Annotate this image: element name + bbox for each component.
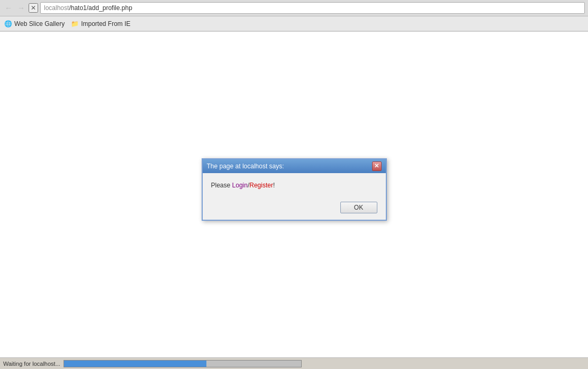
stop-button[interactable]: ✕ [29,3,38,13]
url-base: localhost [44,4,69,12]
alert-dialog: The page at localhost says: ✕ Please Log… [202,158,387,221]
bookmark-imported-from-ie[interactable]: 📁 Imported From IE [71,20,130,28]
dialog-close-button[interactable]: ✕ [372,161,382,171]
url-path: /hato1/add_profile.php [69,4,132,12]
address-bar[interactable]: localhost/hato1/add_profile.php [40,2,585,14]
dialog-content: Please Login/Register! [203,173,386,202]
status-progress-fill [64,361,206,367]
message-exclaim: ! [273,182,275,189]
page-content: The page at localhost says: ✕ Please Log… [0,32,588,358]
dialog-overlay: The page at localhost says: ✕ Please Log… [0,32,588,347]
dialog-titlebar: The page at localhost says: ✕ [203,159,386,173]
web-slice-icon: 🌐 [4,20,12,28]
message-text-normal: Please [211,182,232,189]
status-progress-bar [64,360,302,367]
forward-button[interactable]: → [16,3,26,13]
bookmarks-bar: 🌐 Web Slice Gallery 📁 Imported From IE [0,16,588,31]
back-button[interactable]: ← [3,3,14,13]
ok-button[interactable]: OK [340,202,377,213]
bookmark-imported-label: Imported From IE [81,20,130,28]
folder-icon: 📁 [71,20,79,28]
bookmark-web-slice-label: Web Slice Gallery [14,20,65,28]
browser-toolbar: ← → ✕ localhost/hato1/add_profile.php [0,0,588,16]
dialog-title: The page at localhost says: [207,163,284,170]
status-bar: Waiting for localhost... [0,357,588,369]
browser-chrome: ← → ✕ localhost/hato1/add_profile.php 🌐 … [0,0,588,32]
message-login-link: Login [232,182,248,189]
bookmark-web-slice-gallery[interactable]: 🌐 Web Slice Gallery [4,20,65,28]
dialog-message: Please Login/Register! [211,182,377,189]
dialog-buttons: OK [203,202,386,220]
status-text: Waiting for localhost... [3,361,60,367]
message-register-link: Register [249,182,273,189]
